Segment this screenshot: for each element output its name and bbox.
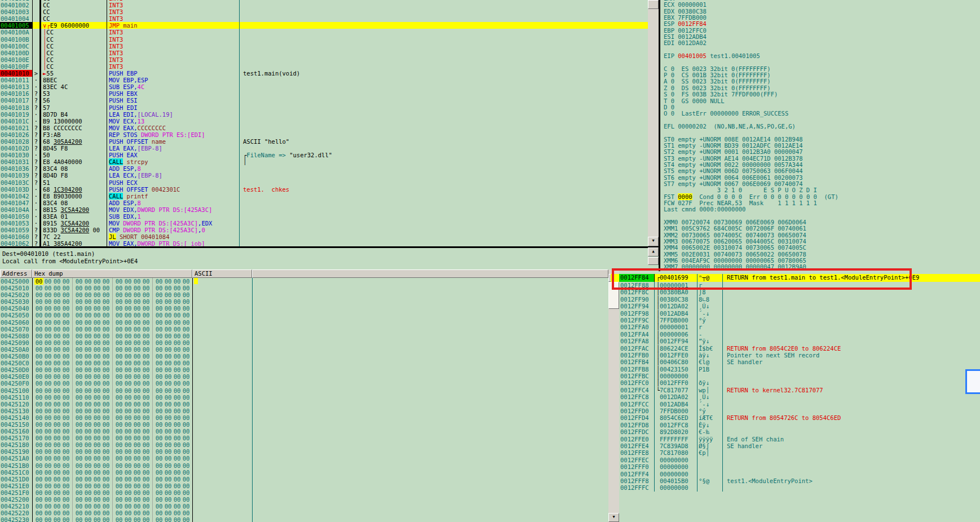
dump-row[interactable]: 0042516000000000000000000000000000000000 [0,428,608,435]
dump-row[interactable]: 0042501000000000000000000000000000000000 [0,285,608,291]
scrollbar-thumb[interactable] [648,257,659,265]
dump-row[interactable]: 004250D000000000000000000000000000000000 [0,366,608,373]
stack-row[interactable]: 0012FFFC00000000 [619,484,980,491]
disasm-row[interactable]: 00401013·83EC 4CSUB ESP,4C [0,83,648,90]
dump-row[interactable]: 0042504000000000000000000000000000000000 [0,305,608,312]
stack-row[interactable]: 0012FFC80012DA02¸Ú↓ [619,393,980,400]
register-line[interactable]: ESP 0012FF84 [664,21,980,27]
dump-row[interactable]: 0042515000000000000000000000000000000000 [0,421,608,428]
stack-row[interactable]: 0012FFAC│806224CEÎ$b€RETURN from 8054C2E… [619,345,980,352]
stack-row[interactable]: 0012FFB0│0012FFE0àÿ↓Pointer to next SEH … [619,352,980,359]
scroll-down-button[interactable]: ▼ [648,237,659,246]
stack-row[interactable]: 0012FFC0│0012FFF0ðÿ↓ [619,379,980,386]
dump-row[interactable]: 0042512000000000000000000000000000000000 [0,401,608,408]
dump-row[interactable]: 0042500000000000000000000000000000000000 [0,278,608,285]
stack-row[interactable]: 0012FFD48054C6EDíÆT€RETURN from 8054726C… [619,414,980,421]
disasm-row[interactable]: 00401010>►55PUSH EBPtest1.main(void) [0,70,648,77]
stack-row[interactable]: 0012FFEC00000000 [619,457,980,463]
register-line[interactable]: T 0 GS 0000 NULL [664,98,980,104]
disasm-row[interactable]: 00401047·83C4 08ADD ESP,8 [0,200,648,206]
disasm-row[interactable]: 00401042·E8 B9030000CALL printf [0,193,648,200]
dump-row[interactable]: 0042518000000000000000000000000000000000 [0,441,608,448]
register-line[interactable]: EBX 7FFDB000 [664,15,980,21]
register-line[interactable]: ECX 00000001 [664,2,980,8]
stack-row[interactable]: 0012FFE47C839AD8Ø§∫SE handler [619,443,980,449]
dump-row[interactable]: 004251E000000000000000000000000000000000 [0,483,608,489]
register-line[interactable]: EDX 00380C38 [664,8,980,15]
disasm-row[interactable]: 00401018?57PUSH EDI [0,104,648,111]
dump-row[interactable]: 004251A000000000000000000000000000000000 [0,455,608,462]
dump-row[interactable]: 0042505000000000000000000000000000000000 [0,312,608,318]
dump-header-address[interactable]: Address [0,269,32,278]
disasm-row[interactable]: 0040100E│CCINT3 [0,56,648,63]
dump-row[interactable]: 0042521000000000000000000000000000000000 [0,503,608,510]
stack-pane[interactable]: 0012FF84┌00401699ⁿ┬@RETURN from test1.ma… [619,274,980,522]
dump-row[interactable]: 0042510000000000000000000000000000000000 [0,387,608,394]
dump-row[interactable]: 004250E000000000000000000000000000000000 [0,373,608,380]
register-line[interactable]: Last cmnd 0000:00000000 [664,206,980,213]
disasm-row[interactable]: 0040100F│CCINT3 [0,63,648,70]
stack-row[interactable]: 0012FF9C│7FFDB000°ý [619,317,980,324]
dump-row[interactable]: 0042509000000000000000000000000000000000 [0,339,608,346]
disasm-row[interactable]: 0040103C?51PUSH ECX [0,179,648,186]
disasm-row[interactable]: 00401011·8BECMOV EBP,ESP [0,77,648,83]
disasm-row[interactable]: 0040100D│CCINT3 [0,50,648,56]
disasm-row[interactable]: 00401021?B8 CCCCCCCCMOV EAX,CCCCCCCC [0,125,648,131]
dump-row[interactable]: 0042513000000000000000000000000000000000 [0,408,608,414]
stack-row[interactable]: 0012FFBC│00000000 [619,373,980,379]
dump-row[interactable]: 0042522000000000000000000000000000000000 [0,510,608,516]
stack-row[interactable]: 0012FFF400000000 [619,471,980,477]
stack-row[interactable]: 0012FFDC892D8020€-‰ [619,428,980,435]
stack-scrollbar[interactable]: ▲ ▼ [608,269,619,522]
disasm-row[interactable]: 00401004CCINT3 [0,15,648,22]
disasm-row[interactable]: 0040101C·B9 13000000MOV ECX,13 [0,118,648,125]
dump-row[interactable]: 0042519000000000000000000000000000000000 [0,448,608,455]
disasm-row[interactable]: 00401031?E8 4A040000CALL strcpy│ [0,158,648,165]
dump-row[interactable]: 0042520000000000000000000000000000000000 [0,496,608,503]
stack-row[interactable]: 0012FFA4│00000006- [619,331,980,338]
dump-row[interactable]: 004251D000000000000000000000000000000000 [0,476,608,483]
disasm-row[interactable]: 00401030·50PUSH EAX┌FileName => "user32.… [0,152,648,158]
dump-row[interactable]: 0042507000000000000000000000000000000000 [0,326,608,333]
register-line[interactable]: EFL 00000202 (NO,NB,NE,A,NS,PO,GE,G) [664,123,980,130]
stack-row[interactable]: 0012FFE87C817080€p│ [619,449,980,456]
stack-row[interactable]: 0012FFA8│0012FF94”ÿ↓ [619,338,980,344]
stack-row[interactable]: 0012FFE0FFFFFFFFÿÿÿÿEnd of SEH chain [619,436,980,443]
dump-row[interactable]: 0042514000000000000000000000000000000000 [0,414,608,421]
dump-row[interactable]: 004250F000000000000000000000000000000000 [0,380,608,387]
disasm-row[interactable]: 00401028?68 305A4200PUSH OFFSET nameASCI… [0,138,648,145]
stack-row[interactable]: 0012FF8C│00380BA0⌡8 [619,289,980,295]
stack-row[interactable]: 0012FF98│0012ADB4´-↓ [619,310,980,317]
stack-row[interactable]: 0012FF94│0012DA02¸Ú↓ [619,303,980,309]
dump-header-ascii[interactable]: ASCII [192,269,252,278]
dump-row[interactable]: 004251B000000000000000000000000000000000 [0,462,608,469]
stack-row[interactable]: 0012FFB8│00423150P1B [619,366,980,373]
disasm-row[interactable]: 0040100A│CCINT3 [0,29,648,36]
disasm-row[interactable]: 00401036?83C4 08ADD ESP,8 [0,165,648,172]
dump-row[interactable]: 0042511000000000000000000000000000000000 [0,394,608,401]
disasm-row[interactable]: 00401019·8D7D B4LEA EDI,[LOCAL.19] [0,111,648,118]
disassembly-pane[interactable]: 00401001CCINT300401002CCINT300401003CCIN… [0,0,648,248]
dump-row[interactable]: 0042503000000000000000000000000000000000 [0,298,608,305]
dump-row[interactable]: 004250B000000000000000000000000000000000 [0,353,608,360]
stack-row[interactable]: 0012FFF8004015B0°§@test1.<ModuleEntryPoi… [619,477,980,484]
disasm-row[interactable]: 00401060?7C 22JL SHORT 00401084 [0,233,648,240]
dump-row[interactable]: 0042502000000000000000000000000000000000 [0,291,608,298]
register-line[interactable]: EDI 0012DA02 [664,40,980,46]
disasm-row[interactable]: 00401050·83EA 01SUB EDX,1 [0,213,648,220]
stack-row[interactable]: 0012FFA0│00000001r [619,324,980,330]
scroll-up-button[interactable]: ▲ [648,247,659,256]
stack-row[interactable]: 0012FF90│00380C388∟8 [619,296,980,303]
register-line[interactable]: O 0 LastErr 00000000 ERROR_SUCCESS [664,110,980,117]
dump-header-hex[interactable]: Hex dump [32,269,192,278]
register-line[interactable]: EBP 0012FFC0 [664,28,980,34]
disassembly-scrollbar[interactable]: ▼ [648,0,659,246]
register-line[interactable]: ESI 0012ADB4 [664,34,980,40]
stack-row[interactable]: 0012FFB4│00406C80€l@SE handler [619,359,980,365]
disasm-row[interactable]: 0040104A·8B15 3C5A4200MOV EDX,DWORD PTR … [0,206,648,213]
hex-dump-pane[interactable]: Address Hex dump ASCII 00425000000000000… [0,269,608,522]
scroll-down-button[interactable]: ▼ [608,513,619,522]
dump-row[interactable]: 004251C000000000000000000000000000000000 [0,469,608,476]
stack-row[interactable]: 0012FFCC0012ADB4´-↓ [619,401,980,408]
stack-row[interactable]: 0012FFF000000000 [619,463,980,470]
